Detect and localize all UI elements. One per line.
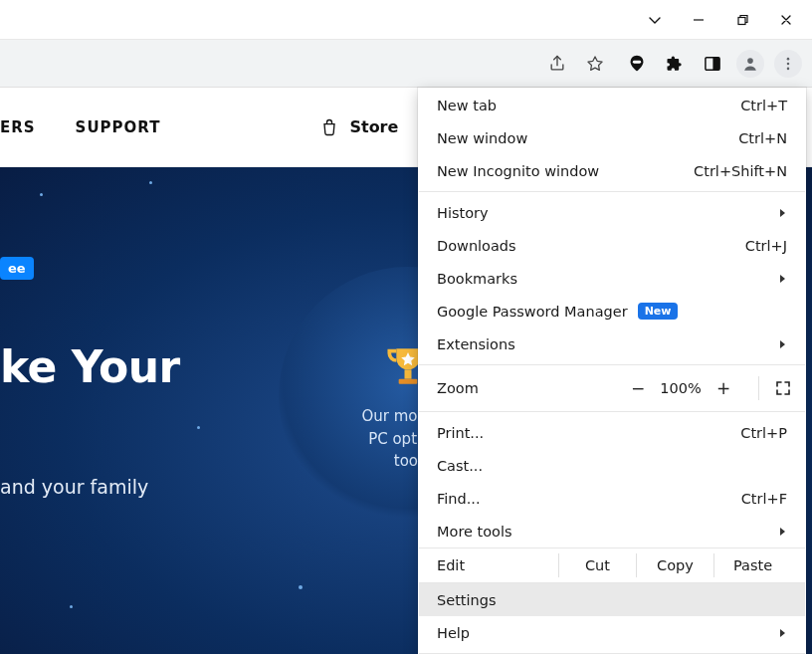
menu-item-settings[interactable]: Settings [419, 583, 805, 616]
svg-point-6 [787, 57, 790, 60]
edit-label: Edit [433, 557, 558, 573]
submenu-arrow-icon [779, 527, 787, 537]
menu-separator [419, 364, 805, 365]
submenu-arrow-icon [779, 339, 787, 349]
edit-copy-button[interactable]: Copy [636, 553, 713, 577]
menu-item-extensions[interactable]: Extensions [419, 327, 805, 360]
menu-item-bookmarks[interactable]: Bookmarks [419, 262, 805, 295]
extensions-puzzle-icon[interactable] [661, 50, 689, 78]
nav-item-support[interactable]: SUPPORT [76, 118, 161, 136]
menu-item-help[interactable]: Help [419, 616, 805, 649]
window-minimize-button[interactable] [677, 0, 720, 40]
store-link[interactable]: Store [319, 117, 398, 137]
zoom-percent: 100% [657, 380, 705, 396]
extension-incognito-icon[interactable] [623, 50, 651, 78]
edit-paste-button[interactable]: Paste [713, 553, 791, 577]
menu-item-more-tools[interactable]: More tools [419, 515, 805, 547]
store-label: Store [349, 117, 398, 136]
hero-pill-fragment: ee [0, 257, 34, 280]
share-icon[interactable] [543, 50, 571, 78]
bag-icon [319, 117, 339, 137]
menu-item-print[interactable]: Print... Ctrl+P [419, 416, 805, 449]
window-restore-button[interactable] [720, 0, 764, 40]
menu-item-find[interactable]: Find... Ctrl+F [419, 482, 805, 515]
decorative-dot [70, 605, 73, 608]
menu-item-new-tab[interactable]: New tab Ctrl+T [419, 89, 805, 121]
decorative-dot [197, 426, 200, 429]
submenu-arrow-icon [779, 274, 787, 284]
menu-separator [419, 411, 805, 412]
menu-item-cast[interactable]: Cast... [419, 449, 805, 482]
window-close-button[interactable] [764, 0, 808, 40]
svg-rect-1 [738, 17, 745, 24]
svg-rect-4 [712, 57, 719, 70]
app-menu-popup: New tab Ctrl+T New window Ctrl+N New Inc… [418, 88, 806, 654]
svg-point-7 [787, 62, 790, 65]
menu-item-edit: Edit Cut Copy Paste [419, 547, 805, 583]
decorative-dot [299, 585, 303, 589]
zoom-out-button[interactable]: − [619, 378, 657, 398]
side-panel-icon[interactable] [699, 50, 726, 78]
svg-rect-2 [633, 60, 641, 63]
menu-item-zoom: Zoom − 100% + [419, 369, 805, 407]
menu-item-history[interactable]: History [419, 196, 805, 229]
new-badge: New [638, 303, 679, 320]
menu-item-password-manager[interactable]: Google Password Manager New [419, 295, 805, 327]
zoom-label: Zoom [433, 380, 479, 396]
fullscreen-button[interactable] [758, 376, 791, 400]
menu-item-new-incognito[interactable]: New Incognito window Ctrl+Shift+N [419, 154, 805, 187]
shortcut-text: Ctrl+N [738, 130, 787, 146]
tab-search-caret-icon[interactable] [633, 0, 677, 40]
submenu-arrow-icon [779, 628, 787, 638]
window-titlebar [0, 0, 812, 40]
omnibox-actions [543, 50, 613, 78]
hero-subtitle-fragment: and your family [0, 476, 148, 498]
menu-item-downloads[interactable]: Downloads Ctrl+J [419, 229, 805, 262]
svg-rect-9 [405, 370, 412, 379]
svg-point-8 [787, 67, 790, 70]
shortcut-text: Ctrl+Shift+N [694, 163, 787, 179]
svg-rect-10 [399, 379, 418, 384]
decorative-dot [149, 181, 152, 184]
browser-toolbar [0, 40, 812, 88]
app-menu-button[interactable] [774, 50, 802, 78]
shortcut-text: Ctrl+J [745, 238, 787, 254]
shortcut-text: Ctrl+T [740, 98, 787, 113]
submenu-arrow-icon [779, 208, 787, 218]
hero-title-fragment: ke Your [0, 341, 180, 392]
decorative-dot [40, 193, 43, 196]
profile-avatar-icon[interactable] [736, 50, 764, 78]
menu-separator [419, 191, 805, 192]
bookmark-star-icon[interactable] [581, 50, 609, 78]
fullscreen-icon [775, 380, 791, 396]
edit-cut-button[interactable]: Cut [558, 553, 636, 577]
svg-point-5 [747, 58, 753, 64]
zoom-in-button[interactable]: + [705, 378, 742, 398]
shortcut-text: Ctrl+F [741, 491, 787, 507]
shortcut-text: Ctrl+P [740, 425, 787, 441]
menu-item-new-window[interactable]: New window Ctrl+N [419, 121, 805, 154]
nav-item-fragment[interactable]: ERS [0, 118, 36, 136]
